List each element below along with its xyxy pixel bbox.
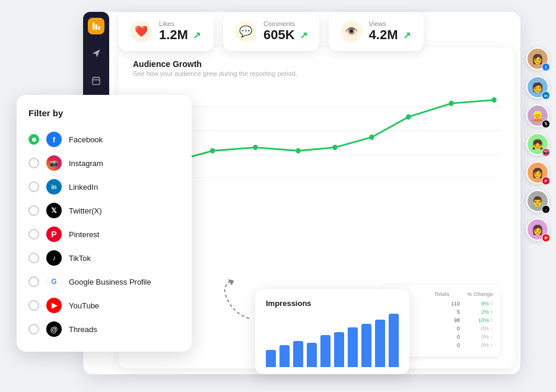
linkedin-icon: in xyxy=(46,179,62,195)
totals-header: Totals xyxy=(434,291,450,297)
facebook-label: Facebook xyxy=(69,135,103,144)
svg-point-17 xyxy=(369,135,374,140)
avatar-badge-twitter: 𝕏 xyxy=(542,120,550,128)
avatar-badge-pinterest: P xyxy=(542,177,550,185)
comments-stat-card: 💬 Comments 605K ↗ xyxy=(223,12,319,51)
facebook-icon: f xyxy=(46,132,62,147)
radio-threads[interactable] xyxy=(28,324,39,334)
instagram-icon: 📸 xyxy=(46,155,62,171)
likes-arrow: ↗ xyxy=(193,30,201,41)
filter-item-threads[interactable]: @ Threads xyxy=(28,317,180,341)
comments-label: Comments xyxy=(263,20,307,27)
svg-point-19 xyxy=(449,101,453,106)
views-icon: 👁️ xyxy=(341,21,362,42)
svg-rect-2 xyxy=(98,27,100,30)
avatar-facebook[interactable]: 👩 f xyxy=(526,47,550,71)
filter-item-linkedin[interactable]: in LinkedIn xyxy=(28,175,180,199)
likes-stat-card: ❤️ Likes 1.2M ↗ xyxy=(119,12,214,51)
avatar-badge-tiktok: ♪ xyxy=(542,205,550,213)
radio-facebook[interactable] xyxy=(28,134,39,145)
impression-bar xyxy=(266,350,276,367)
radio-tiktok[interactable] xyxy=(28,253,39,263)
svg-point-18 xyxy=(406,114,411,120)
radio-google[interactable] xyxy=(28,276,39,287)
comments-value: 605K xyxy=(263,27,295,43)
impression-bar xyxy=(375,320,385,367)
svg-rect-0 xyxy=(93,23,94,30)
threads-label: Threads xyxy=(69,325,97,334)
comments-icon: 💬 xyxy=(235,21,256,42)
comments-arrow: ↗ xyxy=(300,30,307,41)
radio-twitter[interactable] xyxy=(28,205,39,216)
impression-bar xyxy=(389,314,399,367)
avatar-badge-facebook: f xyxy=(542,63,550,71)
youtube-label: YouTube xyxy=(69,301,99,310)
dashed-arrow xyxy=(214,277,267,327)
avatar-badge-youtube: ▶ xyxy=(542,234,550,242)
filter-item-twitter[interactable]: 𝕏 Twitter(X) xyxy=(28,199,180,222)
google-label: Google Business Profile xyxy=(69,278,151,286)
pctchange-header: % Change xyxy=(467,291,493,297)
avatar-badge-linkedin: in xyxy=(542,91,550,100)
radio-linkedin[interactable] xyxy=(28,181,39,192)
twitter-icon: 𝕏 xyxy=(46,203,62,218)
views-stat-card: 👁️ Views 4.2M ↗ xyxy=(329,12,424,51)
impression-bar xyxy=(293,341,303,367)
svg-point-15 xyxy=(296,148,300,154)
pinterest-label: Pinterest xyxy=(69,230,99,239)
avatar-badge-instagram: 📸 xyxy=(542,148,550,157)
twitter-label: Twitter(X) xyxy=(69,206,102,215)
impression-bar xyxy=(279,345,290,367)
impression-bar xyxy=(307,343,317,367)
send-sidebar-icon[interactable] xyxy=(88,45,104,62)
views-value: 4.2M xyxy=(369,27,398,43)
likes-value: 1.2M xyxy=(159,27,188,43)
google-icon: G xyxy=(46,274,62,289)
avatar-pinterest[interactable]: 👩 P xyxy=(526,161,550,185)
svg-rect-1 xyxy=(96,24,97,30)
pinterest-icon: P xyxy=(46,227,62,242)
tiktok-label: TikTok xyxy=(69,254,91,263)
linkedin-label: LinkedIn xyxy=(69,183,98,192)
filter-title: Filter by xyxy=(28,108,180,118)
radio-pinterest[interactable] xyxy=(28,229,39,240)
filter-item-youtube[interactable]: ▶ YouTube xyxy=(28,294,180,317)
filter-item-google[interactable]: G Google Business Profile xyxy=(28,270,180,294)
instagram-label: Instagram xyxy=(69,159,103,168)
svg-point-16 xyxy=(332,145,337,150)
impression-bar xyxy=(361,324,371,367)
impressions-title: Impressions xyxy=(266,299,399,308)
impressions-card: Impressions xyxy=(255,289,409,374)
views-label: Views xyxy=(369,20,411,27)
filter-item-tiktok[interactable]: ♪ TikTok xyxy=(28,246,180,270)
stat-cards: ❤️ Likes 1.2M ↗ 💬 Comments 605K ↗ 👁️ Vie… xyxy=(119,12,514,51)
impression-bar xyxy=(334,332,344,367)
impression-bar xyxy=(348,327,358,367)
filter-item-pinterest[interactable]: P Pinterest xyxy=(28,222,180,246)
impressions-bar-chart xyxy=(266,314,399,367)
threads-icon: @ xyxy=(46,321,62,337)
likes-label: Likes xyxy=(159,20,201,27)
avatar-youtube[interactable]: 👩 ▶ xyxy=(526,218,550,242)
avatar-instagram[interactable]: 👧 📸 xyxy=(526,133,550,157)
avatar-twitter[interactable]: 👱 𝕏 xyxy=(526,104,550,128)
tiktok-icon: ♪ xyxy=(46,250,62,266)
radio-instagram[interactable] xyxy=(28,158,39,168)
filter-item-instagram[interactable]: 📸 Instagram xyxy=(28,151,180,175)
likes-icon: ❤️ xyxy=(131,21,152,42)
filter-item-facebook[interactable]: f Facebook xyxy=(28,128,180,151)
svg-rect-3 xyxy=(93,78,100,85)
avatar-linkedin[interactable]: 🧑 in xyxy=(526,76,550,100)
youtube-icon: ▶ xyxy=(46,298,62,313)
chart-title: Audience Growth xyxy=(133,59,500,69)
calendar-sidebar-icon[interactable] xyxy=(88,72,104,89)
filter-panel: Filter by f Facebook 📸 Instagram in Link… xyxy=(17,95,192,352)
avatars-column: 👩 f 🧑 in 👱 𝕏 👧 📸 👩 P 👨 ♪ 👩 ▶ xyxy=(526,47,550,242)
avatar-tiktok[interactable]: 👨 ♪ xyxy=(526,190,550,213)
svg-point-14 xyxy=(253,145,258,150)
chart-subtitle: See how your audience grew during the re… xyxy=(133,70,500,77)
analytics-sidebar-icon[interactable] xyxy=(88,18,104,34)
views-arrow: ↗ xyxy=(403,30,411,41)
impression-bar xyxy=(320,335,331,367)
radio-youtube[interactable] xyxy=(28,300,39,311)
